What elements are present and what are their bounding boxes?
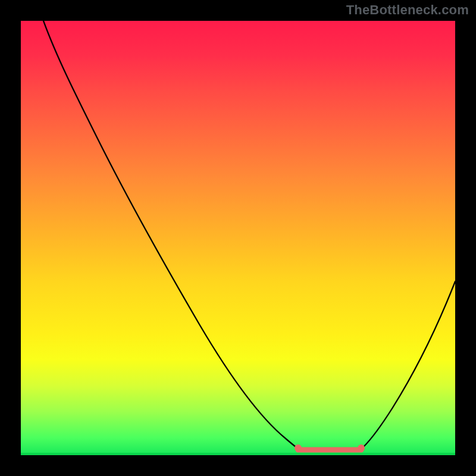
chart-frame: TheBottleneck.com (0, 0, 476, 476)
bottleneck-curve (21, 21, 455, 455)
curve-left-branch (43, 21, 296, 447)
watermark-text: TheBottleneck.com (346, 2, 469, 18)
optimal-range-end-dot (358, 444, 365, 452)
curve-right-branch (364, 281, 455, 447)
plot-area (21, 21, 455, 455)
optimal-range-start-dot (295, 444, 302, 452)
